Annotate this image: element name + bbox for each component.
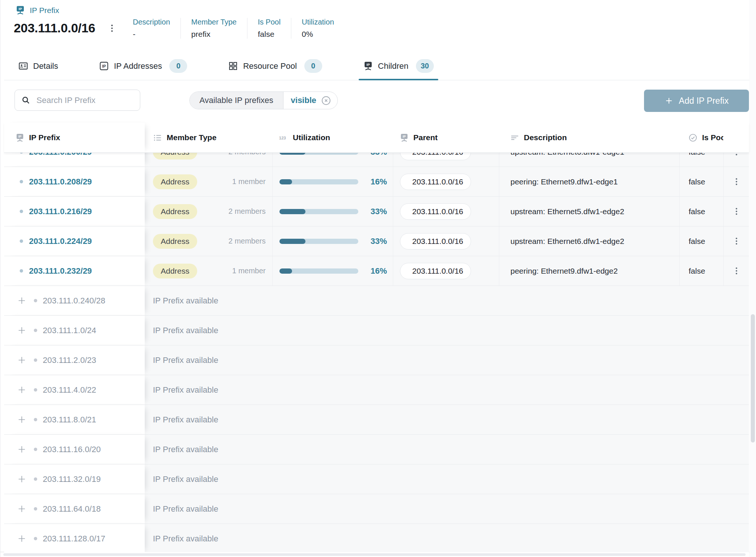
member-type-badge: Address — [153, 234, 197, 249]
column-header-utilization[interactable]: 123 Utilization — [272, 123, 393, 152]
bullet-dot — [34, 507, 37, 511]
meta-field-2: Is Pool false — [247, 18, 291, 39]
column-header-member-type[interactable]: Member Type — [145, 123, 272, 152]
tab-children[interactable]: IP Children 30 — [359, 52, 438, 80]
table-row: 203.111.0.232/29 Address 1 member 16% 20… — [4, 256, 749, 286]
grid-icon — [228, 61, 238, 71]
expand-plus-icon[interactable] — [17, 415, 27, 425]
expand-plus-icon[interactable] — [17, 296, 27, 306]
prefix-link[interactable]: 203.111.0.216/29 — [29, 207, 92, 216]
table-row: 203.111.0.216/29 Address 2 members 33% 2… — [4, 197, 749, 226]
remove-filter-icon[interactable] — [321, 96, 331, 106]
expand-plus-icon[interactable] — [17, 504, 27, 514]
bullet-dot — [34, 537, 37, 540]
prefix-available: 203.111.4.0/22 — [43, 385, 96, 395]
parent-chip[interactable]: 203.111.0.0/16 — [400, 203, 471, 220]
svg-text:IP: IP — [403, 135, 406, 138]
table-header-row: IP IP Prefix Member Type 123 Utilization… — [4, 123, 749, 153]
plus-icon — [664, 96, 673, 105]
column-header-is-pool[interactable]: Is Pool — [679, 123, 723, 152]
table-row: 203.111.0.208/29 Address 1 member 16% 20… — [4, 167, 749, 197]
available-note: IP Prefix available — [153, 474, 218, 484]
filter-chip[interactable]: Available IP prefixes visible — [189, 91, 338, 109]
prefix-available: 203.111.0.240/28 — [43, 296, 105, 306]
member-type-badge: Address — [153, 174, 197, 189]
table-row-available: 203.111.32.0/19 IP Prefix available — [4, 464, 749, 494]
utilization-bar — [279, 268, 358, 274]
prefix-link[interactable]: 203.111.0.200/29 — [29, 153, 92, 157]
prefix-available: 203.111.32.0/19 — [43, 474, 101, 484]
expand-plus-icon[interactable] — [17, 444, 27, 454]
prefix-link[interactable]: 203.111.0.208/29 — [29, 177, 92, 187]
column-header-parent[interactable]: IP Parent — [393, 123, 499, 152]
bullet-dot — [20, 239, 23, 243]
column-header-ip-prefix[interactable]: IP IP Prefix — [4, 123, 145, 152]
parent-chip[interactable]: 203.111.0.0/16 — [400, 263, 471, 279]
row-kebab-menu-icon[interactable] — [731, 265, 742, 276]
utilization-value: 16% — [371, 177, 387, 187]
toolbar: Available IP prefixes visible Add IP Pre… — [4, 90, 756, 113]
parent-prefix: 203.111.0.0/16 — [412, 177, 463, 186]
row-kebab-menu-icon[interactable] — [731, 153, 742, 157]
is-pool-value: false — [689, 207, 705, 216]
children-table: IP IP Prefix Member Type 123 Utilization… — [4, 123, 749, 552]
expand-plus-icon[interactable] — [17, 474, 27, 484]
utilization-bar-fill — [279, 209, 305, 214]
horizontal-scrollbar[interactable] — [0, 552, 756, 557]
column-header-description[interactable]: Description — [499, 123, 679, 152]
bullet-dot — [34, 418, 37, 421]
add-ip-prefix-button[interactable]: Add IP Prefix — [644, 90, 749, 112]
prefix-link[interactable]: 203.111.0.224/29 — [29, 236, 92, 246]
tab-ip-addresses[interactable]: IP IP Addresses 0 — [94, 52, 192, 80]
search-box[interactable] — [15, 90, 140, 111]
vertical-scrollbar-thumb[interactable] — [751, 314, 755, 442]
bullet-dot — [34, 388, 37, 392]
parent-chip[interactable]: 203.111.0.0/16 — [400, 233, 471, 249]
breadcrumb[interactable]: IP IP Prefix — [15, 5, 59, 15]
member-count: 2 members — [228, 153, 266, 156]
parent-chip[interactable]: 203.111.0.0/16 — [400, 153, 471, 160]
horizontal-scrollbar-thumb[interactable] — [3, 553, 746, 556]
table-body: 203.111.0.200/29 Address 2 members 33% 2… — [4, 153, 749, 552]
id-card-icon — [18, 61, 28, 71]
meta-field-0: Description - — [128, 18, 180, 39]
table-row-available: 203.111.8.0/21 IP Prefix available — [4, 405, 749, 435]
is-pool-value: false — [689, 237, 705, 246]
available-note: IP Prefix available — [153, 415, 218, 425]
row-kebab-menu-icon[interactable] — [731, 236, 742, 247]
tab-bar: Details IP IP Addresses 0 Resource Pool … — [4, 52, 756, 80]
page-title: 203.111.0.0/16 — [14, 21, 95, 35]
expand-plus-icon[interactable] — [17, 355, 27, 365]
svg-text:IP: IP — [366, 62, 370, 67]
table-row-available: 203.111.2.0/23 IP Prefix available — [4, 345, 749, 375]
row-kebab-menu-icon[interactable] — [731, 206, 742, 217]
utilization-bar — [279, 209, 358, 214]
expand-plus-icon[interactable] — [17, 385, 27, 395]
utilization-bar-fill — [279, 239, 305, 244]
header-meta: Description - Member Type prefix Is Pool… — [128, 18, 345, 39]
row-kebab-menu-icon[interactable] — [731, 176, 742, 187]
table-row-available: 203.111.128.0/17 IP Prefix available — [4, 524, 749, 552]
text-lines-icon — [510, 133, 519, 142]
member-type-badge: Address — [153, 264, 197, 278]
svg-text:IP: IP — [18, 135, 21, 138]
available-note: IP Prefix available — [153, 534, 218, 544]
filter-chip-label: Available IP prefixes — [190, 92, 284, 109]
expand-plus-icon[interactable] — [17, 534, 27, 544]
tab-details[interactable]: Details — [14, 52, 63, 80]
meta-field-3: Utilization 0% — [291, 18, 345, 39]
parent-chip[interactable]: 203.111.0.0/16 — [400, 174, 471, 190]
prefix-link[interactable]: 203.111.0.232/29 — [29, 266, 92, 276]
vertical-scrollbar[interactable] — [749, 0, 756, 557]
bullet-dot — [34, 299, 37, 302]
search-input[interactable] — [36, 95, 134, 106]
bullet-dot — [20, 210, 23, 213]
title-kebab-menu-icon[interactable] — [106, 22, 118, 35]
table-row-available: 203.111.16.0/20 IP Prefix available — [4, 435, 749, 464]
utilization-value: 33% — [371, 207, 387, 216]
search-icon — [21, 96, 31, 105]
tab-resource-pool[interactable]: Resource Pool 0 — [224, 52, 326, 80]
utilization-value: 16% — [371, 266, 387, 276]
description: peering: Ethernet9.dfw1-edge2 — [510, 267, 618, 276]
expand-plus-icon[interactable] — [17, 325, 27, 335]
